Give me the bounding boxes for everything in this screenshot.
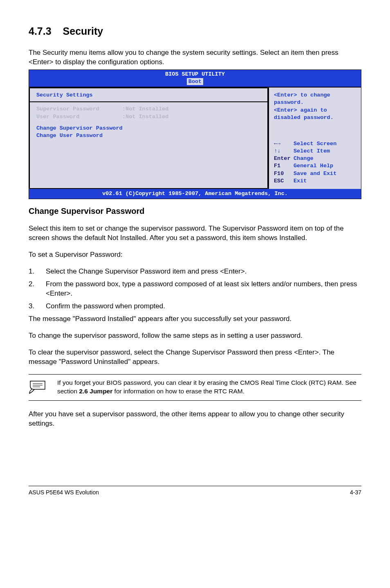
key-desc: Select Screen — [294, 140, 336, 148]
key-desc: Change — [294, 155, 314, 162]
bios-help-text: <Enter> to change password. <Enter> agai… — [274, 92, 356, 121]
bios-row-value: :Not Installed — [122, 113, 168, 121]
key: ESC — [274, 177, 294, 185]
step-number: 3. — [29, 302, 46, 311]
section-number: 4.7.3 — [29, 25, 52, 38]
step-text: Select the Change Supervisor Password it… — [46, 267, 361, 276]
bios-divider — [30, 101, 267, 102]
key: F1 — [274, 162, 294, 170]
paragraph: Select this item to set or change the su… — [29, 224, 361, 243]
key: Enter — [274, 155, 294, 162]
list-item: 3.Confirm the password when prompted. — [29, 302, 361, 311]
step-number: 1. — [29, 267, 46, 276]
bios-footerbar: v02.61 (C)Copyright 1985-2007, American … — [29, 189, 361, 199]
bios-body: Security Settings Supervisor Password :N… — [29, 87, 361, 189]
note-text: If you forget your BIOS password, you ca… — [57, 379, 361, 396]
paragraph: To clear the supervisor password, select… — [29, 348, 361, 367]
bios-panel-title: Security Settings — [36, 92, 261, 99]
step-text: From the password box, type a password c… — [46, 280, 361, 298]
subheading: Change Supervisor Password — [29, 206, 361, 217]
bios-help-line: <Enter> to change password. — [274, 92, 356, 106]
note-bold: 2.6 Jumper — [79, 388, 112, 395]
footer-right: 4-37 — [350, 489, 361, 496]
page-footer: ASUS P5E64 WS Evolution 4-37 — [29, 486, 361, 496]
bios-row-value: :Not Installed — [122, 105, 168, 113]
bios-active-items: Change Supervisor Password Change User P… — [36, 125, 261, 139]
key: F10 — [274, 170, 294, 177]
key-desc: Save and Exit — [294, 170, 336, 177]
key: ↑↓ — [274, 148, 294, 155]
bios-menubar: Boot — [29, 78, 361, 87]
bios-key-legend: ←→Select Screen ↑↓Select Item EnterChang… — [274, 140, 356, 185]
footer-left: ASUS P5E64 WS Evolution — [29, 489, 99, 496]
bios-row: Supervisor Password :Not Installed — [36, 105, 261, 113]
note-text-2: for information on how to erase the RTC … — [112, 388, 244, 395]
paragraph: To change the supervisor password, follo… — [29, 331, 361, 341]
key-desc: Select Item — [294, 148, 330, 155]
paragraph: To set a Supervisor Password: — [29, 250, 361, 260]
key: ←→ — [274, 140, 294, 148]
key-desc: Exit — [294, 177, 307, 185]
bios-row: User Password :Not Installed — [36, 113, 261, 121]
section-heading: 4.7.3Security — [29, 25, 361, 38]
bios-active-item: Change User Password — [36, 132, 261, 139]
list-item: 2.From the password box, type a password… — [29, 280, 361, 298]
steps-list: 1.Select the Change Supervisor Password … — [29, 267, 361, 311]
bios-screenshot: BIOS SETUP UTILITY Boot Security Setting… — [29, 70, 361, 200]
bios-tab-boot: Boot — [187, 78, 203, 85]
paragraph: The message "Password Installed" appears… — [29, 314, 361, 324]
bios-row-label: User Password — [36, 113, 122, 121]
list-item: 1.Select the Change Supervisor Password … — [29, 267, 361, 276]
bios-disabled-rows: Supervisor Password :Not Installed User … — [36, 105, 261, 120]
section-title: Security — [63, 25, 103, 37]
step-number: 2. — [29, 280, 46, 298]
bios-titlebar: BIOS SETUP UTILITY — [29, 70, 361, 78]
paragraph: After you have set a supervisor password… — [29, 410, 361, 429]
note-icon — [29, 379, 57, 396]
key-desc: General Help — [294, 162, 333, 170]
step-text: Confirm the password when prompted. — [46, 302, 361, 311]
bios-left-panel: Security Settings Supervisor Password :N… — [29, 88, 269, 189]
bios-row-label: Supervisor Password — [36, 105, 122, 113]
note-box: If you forget your BIOS password, you ca… — [29, 374, 361, 401]
bios-help-line: <Enter> again to disabled password. — [274, 107, 356, 121]
bios-active-item: Change Supervisor Password — [36, 125, 261, 132]
bios-right-panel: <Enter> to change password. <Enter> agai… — [269, 88, 361, 189]
intro-paragraph: The Security menu items allow you to cha… — [29, 48, 361, 67]
